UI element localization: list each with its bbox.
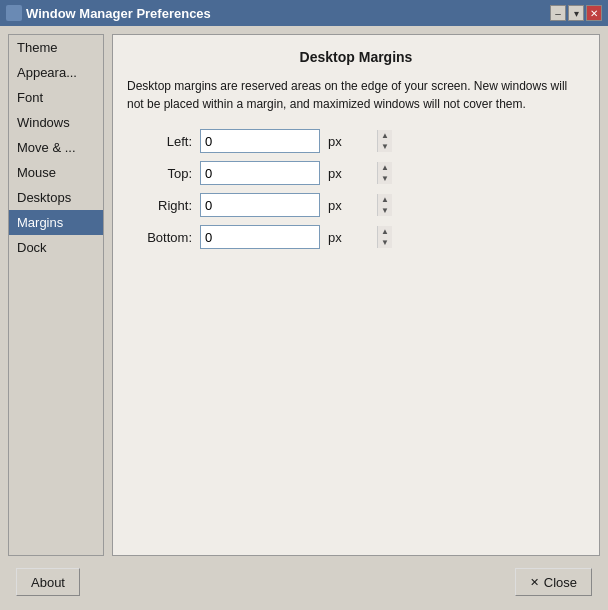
panel-description: Desktop margins are reserved areas on th…	[127, 77, 585, 113]
right-panel: Desktop Margins Desktop margins are rese…	[112, 34, 600, 556]
margin-row-right: Right: ▲ ▼ px	[127, 193, 585, 217]
sidebar-item-theme[interactable]: Theme	[9, 35, 103, 60]
bottom-bar: About ✕ Close	[8, 564, 600, 602]
spin-up-right[interactable]: ▲	[378, 194, 392, 205]
minimize-button[interactable]: –	[550, 5, 566, 21]
sidebar-item-dock[interactable]: Dock	[9, 235, 103, 260]
arrows-right: ▲ ▼	[377, 194, 392, 216]
input-bottom[interactable]	[201, 226, 377, 248]
arrows-left: ▲ ▼	[377, 130, 392, 152]
unit-right: px	[328, 198, 342, 213]
arrows-bottom: ▲ ▼	[377, 226, 392, 248]
unit-top: px	[328, 166, 342, 181]
spin-down-bottom[interactable]: ▼	[378, 237, 392, 248]
sidebar: Theme Appeara... Font Windows Move & ...…	[8, 34, 104, 556]
input-top[interactable]	[201, 162, 377, 184]
window-title: Window Manager Preferences	[26, 6, 211, 21]
spinbox-bottom[interactable]: ▲ ▼	[200, 225, 320, 249]
margin-row-top: Top: ▲ ▼ px	[127, 161, 585, 185]
input-right[interactable]	[201, 194, 377, 216]
sidebar-item-windows[interactable]: Windows	[9, 110, 103, 135]
main-area: Theme Appeara... Font Windows Move & ...…	[0, 26, 608, 610]
content-row: Theme Appeara... Font Windows Move & ...…	[8, 34, 600, 556]
arrows-top: ▲ ▼	[377, 162, 392, 184]
sidebar-item-appearance[interactable]: Appeara...	[9, 60, 103, 85]
spinbox-left[interactable]: ▲ ▼	[200, 129, 320, 153]
sidebar-item-desktops[interactable]: Desktops	[9, 185, 103, 210]
spinbox-top[interactable]: ▲ ▼	[200, 161, 320, 185]
title-bar-buttons: – ▾ ✕	[550, 5, 602, 21]
label-bottom: Bottom:	[127, 230, 192, 245]
close-icon: ✕	[530, 576, 539, 589]
spin-up-bottom[interactable]: ▲	[378, 226, 392, 237]
unit-left: px	[328, 134, 342, 149]
label-right: Right:	[127, 198, 192, 213]
margin-row-left: Left: ▲ ▼ px	[127, 129, 585, 153]
sidebar-item-font[interactable]: Font	[9, 85, 103, 110]
label-left: Left:	[127, 134, 192, 149]
panel-title: Desktop Margins	[127, 49, 585, 65]
spin-down-left[interactable]: ▼	[378, 141, 392, 152]
close-label: Close	[544, 575, 577, 590]
sidebar-item-margins[interactable]: Margins	[9, 210, 103, 235]
about-button[interactable]: About	[16, 568, 80, 596]
shade-button[interactable]: ▾	[568, 5, 584, 21]
margin-fields: Left: ▲ ▼ px Top:	[127, 129, 585, 249]
spin-down-top[interactable]: ▼	[378, 173, 392, 184]
title-bar: Window Manager Preferences – ▾ ✕	[0, 0, 608, 26]
margin-row-bottom: Bottom: ▲ ▼ px	[127, 225, 585, 249]
spin-down-right[interactable]: ▼	[378, 205, 392, 216]
close-button[interactable]: ✕ Close	[515, 568, 592, 596]
window-icon	[6, 5, 22, 21]
title-bar-left: Window Manager Preferences	[6, 5, 211, 21]
input-left[interactable]	[201, 130, 377, 152]
spin-up-left[interactable]: ▲	[378, 130, 392, 141]
unit-bottom: px	[328, 230, 342, 245]
sidebar-item-move[interactable]: Move & ...	[9, 135, 103, 160]
close-title-button[interactable]: ✕	[586, 5, 602, 21]
spinbox-right[interactable]: ▲ ▼	[200, 193, 320, 217]
sidebar-item-mouse[interactable]: Mouse	[9, 160, 103, 185]
spin-up-top[interactable]: ▲	[378, 162, 392, 173]
label-top: Top:	[127, 166, 192, 181]
